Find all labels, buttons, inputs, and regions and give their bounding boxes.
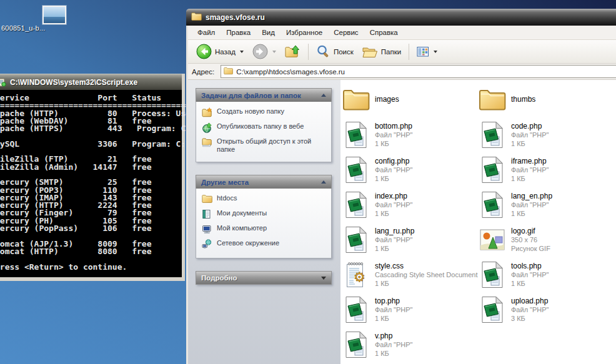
sidebar-item-publish-web[interactable]: Опубликовать папку в вебе xyxy=(202,122,327,133)
folder-tile-thumbs[interactable]: thumbs xyxy=(479,86,616,121)
file-tile-logo.gif[interactable]: logo.gif350 x 76Рисунок GIF xyxy=(479,225,616,260)
desktop: 600851_u-b... C:\WINDOWS\system32\CScrip… xyxy=(0,0,616,364)
sidebar-item-label: Опубликовать папку в вебе xyxy=(217,122,304,130)
window-folder-icon xyxy=(191,12,202,24)
file-text: tools.phpФайл "PHP"1 КБ xyxy=(511,260,549,288)
explorer-title: smages.vfose.ru xyxy=(206,13,265,22)
my-documents-icon xyxy=(202,209,212,220)
file-tile-tools.php[interactable]: tools.phpФайл "PHP"1 КБ xyxy=(479,260,616,295)
file-tile-config.php[interactable]: config.phpФайл "PHP"1 КБ xyxy=(342,155,479,190)
up-button[interactable] xyxy=(281,42,305,61)
php-file-icon xyxy=(479,190,506,219)
file-meta: Файл "PHP" xyxy=(511,270,549,279)
file-name: images xyxy=(375,95,399,104)
file-tile-v.php[interactable]: v.phpФайл "PHP"1 КБ xyxy=(342,330,479,364)
sidebar-item-label: Мои документы xyxy=(217,209,267,217)
css-file-icon: ⚙ xyxy=(342,260,370,289)
sidebar-item-share-folder[interactable]: Открыть общий доступ к этой папке xyxy=(202,137,327,154)
chevron-down-icon[interactable] xyxy=(321,277,326,280)
sidebar-item-label: Мой компьютер xyxy=(217,224,267,232)
file-name: tools.php xyxy=(511,262,549,270)
menu-item-edit[interactable]: Правка xyxy=(221,27,256,38)
menu-item-favorites[interactable]: Избранное xyxy=(281,27,328,38)
file-text: bottom.phpФайл "PHP"1 КБ xyxy=(375,121,413,148)
sidebar-item-network[interactable]: Сетевое окружение xyxy=(202,239,327,250)
panel-other-places: Другие местаhtdocsМои документыМой компь… xyxy=(196,175,332,258)
back-icon xyxy=(196,44,212,59)
gif-file-icon xyxy=(479,225,506,254)
panel-title: Подробно xyxy=(201,274,237,282)
sidebar-item-my-computer[interactable]: Мой компьютер xyxy=(202,224,327,235)
panel-header-file-tasks[interactable]: Задачи для файлов и папок xyxy=(196,88,332,102)
file-text: index.phpФайл "PHP"1 КБ xyxy=(375,190,413,218)
toolbar-separator xyxy=(409,44,409,60)
explorer-titlebar[interactable]: smages.vfose.ru xyxy=(186,9,616,26)
file-tile-iframe.php[interactable]: iframe.phpФайл "PHP"1 КБ xyxy=(479,155,616,190)
file-tile-upload.php[interactable]: upload.phpФайл "PHP"3 КБ xyxy=(479,295,616,330)
address-value: C:\xampp\htdocs\smages.vfose.ru xyxy=(236,68,345,76)
svg-text:⚙: ⚙ xyxy=(354,270,365,285)
back-button[interactable]: Назад xyxy=(192,42,248,61)
forward-icon xyxy=(252,44,268,59)
panel-body-other-places: htdocsМои документыМой компьютерСетевое … xyxy=(196,189,332,258)
terminal-titlebar[interactable]: C:\WINDOWS\system32\CScript.exe xyxy=(0,74,182,90)
file-text: logo.gif350 x 76Рисунок GIF xyxy=(511,225,550,253)
forward-button[interactable] xyxy=(248,42,281,61)
file-meta: 1 КБ xyxy=(511,174,549,183)
chevron-up-icon[interactable] xyxy=(321,94,326,97)
share-folder-icon xyxy=(202,137,212,148)
file-tile-lang_en.php[interactable]: lang_en.phpФайл "PHP"1 КБ xyxy=(479,190,616,225)
menu-item-file[interactable]: Файл xyxy=(192,27,221,38)
file-meta: Файл "PHP" xyxy=(375,235,414,244)
file-text: top.phpФайл "PHP"1 КБ xyxy=(375,295,413,323)
views-button[interactable] xyxy=(412,42,442,61)
file-name: lang_en.php xyxy=(511,192,552,200)
file-name: top.php xyxy=(375,297,413,305)
sidebar: Задачи для файлов и папокСоздать новую п… xyxy=(188,80,340,364)
thumbnail-water xyxy=(44,17,65,23)
address-bar: Адрес: C:\xampp\htdocs\smages.vfose.ru xyxy=(188,64,616,80)
file-tile-bottom.php[interactable]: bottom.phpФайл "PHP"1 КБ xyxy=(342,121,479,155)
file-text: lang_en.phpФайл "PHP"1 КБ xyxy=(511,190,552,218)
panel-header-details[interactable]: Подробно xyxy=(196,271,332,285)
file-tile-index.php[interactable]: index.phpФайл "PHP"1 КБ xyxy=(342,190,479,225)
file-grid: imagesthumbsbottom.phpФайл "PHP"1 КБcode… xyxy=(342,86,616,364)
panel-title: Задачи для файлов и папок xyxy=(201,92,301,99)
menu-item-help[interactable]: Справка xyxy=(364,27,404,38)
file-tile-lang_ru.php[interactable]: lang_ru.phpФайл "PHP"1 КБ xyxy=(342,225,479,260)
publish-web-icon xyxy=(202,122,212,133)
back-dropdown-caret[interactable] xyxy=(240,51,244,53)
views-dropdown-caret[interactable] xyxy=(434,51,437,53)
desktop-image-icon[interactable] xyxy=(42,6,66,24)
search-button[interactable]: Поиск xyxy=(312,42,358,61)
menu-item-tools[interactable]: Сервис xyxy=(328,27,364,38)
file-text: lang_ru.phpФайл "PHP"1 КБ xyxy=(375,225,414,253)
file-name: v.php xyxy=(375,332,413,340)
views-icon xyxy=(417,46,429,57)
file-meta: Файл "PHP" xyxy=(511,305,549,314)
file-text: thumbs xyxy=(511,86,535,113)
php-file-icon xyxy=(479,260,506,289)
explorer-window: smages.vfose.ru ФайлПравкаВидИзбранноеСе… xyxy=(186,9,616,364)
sidebar-item-new-folder[interactable]: Создать новую папку xyxy=(202,107,327,118)
file-meta: 1 КБ xyxy=(375,279,477,288)
folders-button[interactable]: Папки xyxy=(358,42,405,61)
file-meta: 3 КБ xyxy=(511,314,549,323)
file-tile-top.php[interactable]: top.phpФайл "PHP"1 КБ xyxy=(342,295,479,330)
address-input[interactable]: C:\xampp\htdocs\smages.vfose.ru xyxy=(221,65,616,78)
panel-header-other-places[interactable]: Другие места xyxy=(196,175,332,189)
forward-dropdown-caret[interactable] xyxy=(272,51,276,53)
file-meta: 1 КБ xyxy=(375,349,413,358)
panel-file-tasks: Задачи для файлов и папокСоздать новую п… xyxy=(196,88,332,162)
sidebar-item-folder[interactable]: htdocs xyxy=(202,194,327,205)
chevron-up-icon[interactable] xyxy=(321,180,326,184)
folder-tile-images[interactable]: images xyxy=(342,86,479,121)
file-meta: 1 КБ xyxy=(375,174,413,183)
menu-item-view[interactable]: Вид xyxy=(256,27,281,38)
toolbar-separator xyxy=(308,44,309,60)
php-file-icon xyxy=(479,121,506,149)
file-meta: 1 КБ xyxy=(375,209,413,218)
sidebar-item-my-documents[interactable]: Мои документы xyxy=(202,209,327,220)
file-tile-style.css[interactable]: ⚙style.cssCascading Style Sheet Document… xyxy=(342,260,479,295)
file-tile-code.php[interactable]: code.phpФайл "PHP"1 КБ xyxy=(479,121,616,155)
